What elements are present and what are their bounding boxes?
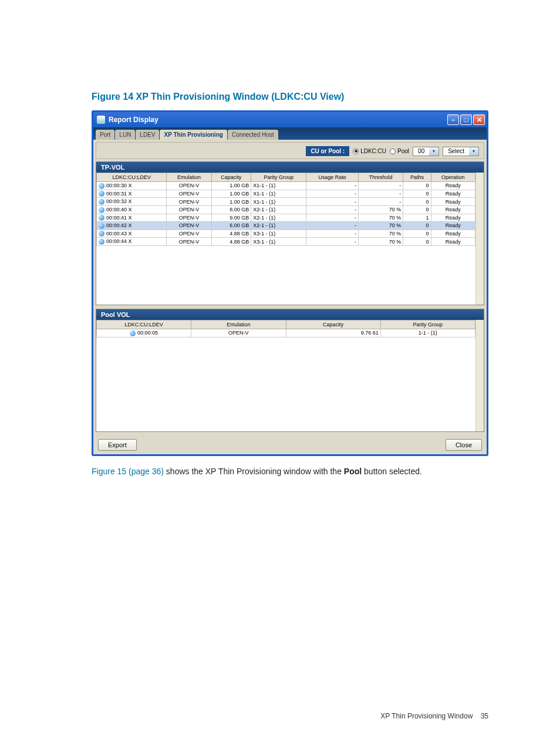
table-row[interactable]: 00:00:43 XOPEN-V4.88 GBX3-1 - (1)-70 %0R… <box>97 229 475 238</box>
poolvol-title: Pool VOL <box>96 309 484 320</box>
tpvol-scrollbar[interactable] <box>475 173 484 305</box>
select-dropdown-value: Select <box>443 148 469 154</box>
col-threshold[interactable]: Threshold <box>359 173 403 182</box>
volume-icon <box>99 183 104 189</box>
caption-end: button selected. <box>362 467 422 476</box>
radio-ldkc-cu-label: LDKC:CU <box>360 148 386 154</box>
pool-col-emulation[interactable]: Emulation <box>191 320 286 329</box>
table-row[interactable]: 00:00:42 XOPEN-V6.00 GBX2-1 - (1)-70 %0R… <box>97 222 475 230</box>
tpvol-empty-area <box>96 246 475 305</box>
titlebar: Report Display – □ ✕ <box>93 112 487 127</box>
cu-dropdown[interactable]: 00 ▾ <box>413 147 439 156</box>
col-usage-rate[interactable]: Usage Rate <box>306 173 359 182</box>
footer-section-title: XP Thin Provisioning Window <box>380 712 473 720</box>
chevron-down-icon: ▾ <box>429 147 438 156</box>
tab-ldev[interactable]: LDEV <box>136 130 159 140</box>
col-emulation[interactable]: Emulation <box>167 173 211 182</box>
export-button[interactable]: Export <box>98 439 137 451</box>
radio-ldkc-cu[interactable]: LDKC:CU <box>353 148 386 154</box>
volume-icon <box>99 215 104 221</box>
volume-icon <box>99 231 104 237</box>
caption-bold: Pool <box>344 467 362 476</box>
figure-title: Figure 14 XP Thin Provisioning Window (L… <box>92 92 488 102</box>
col-paths[interactable]: Paths <box>403 173 431 182</box>
report-display-window: Report Display – □ ✕ Port LUN LDEV XP Th… <box>92 110 488 456</box>
caption-text: Figure 15 (page 36) shows the XP Thin Pr… <box>92 465 488 478</box>
pool-col-ldev[interactable]: LDKC:CU:LDEV <box>97 320 191 329</box>
volume-icon <box>99 223 104 229</box>
footer-page-number: 35 <box>481 712 488 720</box>
cu-or-pool-label: CU or Pool : <box>306 146 349 156</box>
tpvol-title: TP-VOL <box>96 162 484 173</box>
volume-icon <box>99 239 104 245</box>
caption-mid: shows the XP Thin Provisioning window wi… <box>164 467 344 476</box>
window-title: Report Display <box>109 116 158 124</box>
page-footer: XP Thin Provisioning Window 35 <box>380 712 488 720</box>
volume-icon <box>130 330 136 336</box>
table-row[interactable]: 00:00:44 XOPEN-V4.88 GBX3-1 - (1)-70 %0R… <box>97 238 475 246</box>
radio-pool[interactable]: Pool <box>390 148 409 154</box>
chevron-down-icon: ▾ <box>469 147 478 156</box>
poolvol-table: LDKC:CU:LDEV Emulation Capacity Parity G… <box>96 320 475 337</box>
pool-col-capacity[interactable]: Capacity <box>286 320 380 329</box>
tab-xp-thin-provisioning[interactable]: XP Thin Provisioning <box>160 130 227 140</box>
volume-icon <box>99 191 104 197</box>
table-row[interactable]: 00:00:30 XOPEN-V1.00 GBX1-1 - (1)--0Read… <box>97 182 475 190</box>
pool-col-parity-group[interactable]: Parity Group <box>380 320 475 329</box>
cu-dropdown-value: 00 <box>413 148 429 154</box>
minimize-button[interactable]: – <box>447 114 459 125</box>
select-dropdown[interactable]: Select ▾ <box>443 147 479 156</box>
volume-icon <box>99 199 104 205</box>
col-parity-group[interactable]: Parity Group <box>251 173 306 182</box>
tpvol-panel: TP-VOL LDKC:CU:LDEV Emulation Capacity P… <box>96 161 484 305</box>
maximize-button[interactable]: □ <box>460 114 472 125</box>
table-row[interactable]: 00:00:32 XOPEN-V1.00 GBX1-1 - (1)--0Read… <box>97 198 475 206</box>
col-capacity[interactable]: Capacity <box>211 173 251 182</box>
table-row[interactable]: 00:00:41 XOPEN-V9.00 GBX2-1 - (1)-70 %1R… <box>97 214 475 222</box>
tab-lun[interactable]: LUN <box>115 130 135 140</box>
tpvol-table: LDKC:CU:LDEV Emulation Capacity Parity G… <box>96 173 475 246</box>
radio-dot-icon <box>390 148 396 154</box>
close-button[interactable]: Close <box>446 439 482 451</box>
filter-bar: CU or Pool : LDKC:CU Pool 00 ▾ Select ▾ <box>96 142 484 159</box>
col-ldev[interactable]: LDKC:CU:LDEV <box>97 173 167 182</box>
tab-connected-host[interactable]: Connected Host <box>228 130 278 140</box>
tab-port[interactable]: Port <box>96 130 114 140</box>
table-row[interactable]: 00:00:31 XOPEN-V1.00 GBX1-1 - (1)--0Read… <box>97 190 475 198</box>
close-window-button[interactable]: ✕ <box>473 114 485 125</box>
radio-pool-label: Pool <box>397 148 409 154</box>
poolvol-panel: Pool VOL LDKC:CU:LDEV Emulation Capacity… <box>96 309 484 432</box>
col-operation[interactable]: Operation <box>431 173 475 182</box>
poolvol-scrollbar[interactable] <box>475 320 484 431</box>
volume-icon <box>99 207 104 213</box>
app-icon <box>97 116 105 124</box>
poolvol-empty-area <box>96 337 475 431</box>
figure-15-link[interactable]: Figure 15 (page 36) <box>92 467 164 476</box>
table-row[interactable]: 00:00:05OPEN-V9.76 611-1 - (1) <box>97 329 475 337</box>
radio-dot-icon <box>353 148 359 154</box>
table-row[interactable]: 00:00:40 XOPEN-V8.00 GBX2-1 - (1)-70 %0R… <box>97 205 475 214</box>
tab-bar: Port LUN LDEV XP Thin Provisioning Conne… <box>93 127 487 140</box>
